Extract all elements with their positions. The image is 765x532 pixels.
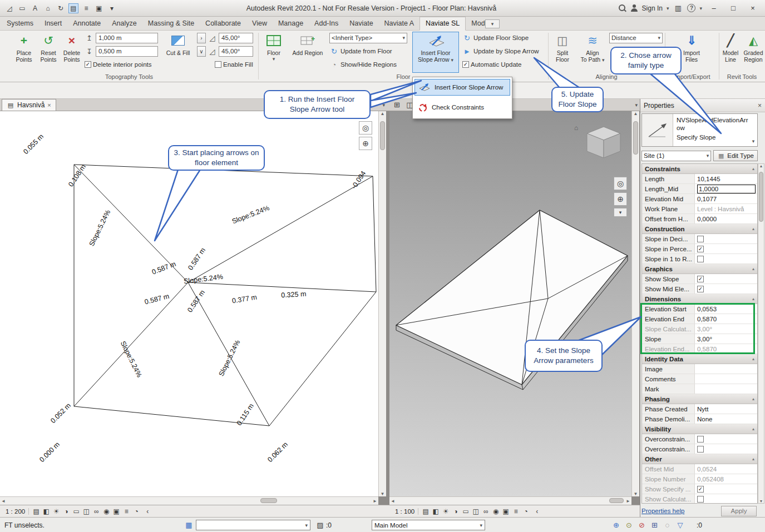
tab-naviate-a[interactable]: Naviate A <box>379 17 420 30</box>
temporary-view-properties-icon[interactable]: ▣ <box>111 506 121 516</box>
sun-path-icon[interactable]: ☀ <box>441 506 451 516</box>
show-constraints-icon[interactable]: ≡ <box>511 506 521 516</box>
show-hide-regions-button[interactable]: ◔ Show/Hide Regions <box>329 59 397 70</box>
delete-interior-checkbox[interactable]: ✓ <box>85 61 91 68</box>
prop-category-dimensions[interactable]: Dimensions▴ <box>642 294 757 304</box>
visual-style-icon[interactable]: ◧ <box>41 506 51 516</box>
prop-value[interactable]: ✓ <box>695 284 757 294</box>
prop-row-elevation-end[interactable]: Elevation End0,5870 <box>642 314 757 324</box>
properties-close-icon[interactable]: × <box>758 102 762 110</box>
prop-row-slope-in-deci[interactable]: Slope in Deci... <box>642 234 757 244</box>
tab-massing-site[interactable]: Massing & Site <box>142 17 200 30</box>
view3d-scale-control[interactable]: 1 : 100 <box>392 508 418 515</box>
prop-row-show-specify[interactable]: Show Specify ...✓ <box>642 484 757 494</box>
prop-checkbox[interactable] <box>697 256 704 262</box>
scroll-down-icon[interactable]: ▼ <box>381 491 385 496</box>
scrollbar-thumb[interactable] <box>609 498 624 503</box>
crop-view-icon[interactable]: ▭ <box>461 506 471 516</box>
temporary-hide-isolate-icon[interactable]: ∞ <box>481 506 491 516</box>
update-floor-slope-button[interactable]: ↻ Update Floor Slope <box>462 32 529 43</box>
prop-value[interactable]: ✓ <box>695 484 757 494</box>
tab-annotate[interactable]: Annotate <box>67 17 106 30</box>
prop-checkbox[interactable] <box>697 436 704 442</box>
properties-scrollbar[interactable]: ▲ ▼ <box>758 163 764 504</box>
tab-naviate-sl[interactable]: Naviate SL <box>419 17 466 31</box>
scroll-up-icon[interactable]: ▲ <box>634 111 638 116</box>
prop-row-elevation-mid[interactable]: Elevation Mid0,1077 <box>642 194 757 204</box>
prop-value[interactable] <box>695 364 757 374</box>
prop-row-phase-demoli[interactable]: Phase Demoli...None <box>642 414 757 424</box>
prop-value[interactable]: 10,1445 <box>695 174 757 183</box>
sun-path-icon[interactable]: ☀ <box>51 506 61 516</box>
point-offset-input[interactable]: 0,500 m <box>96 46 158 57</box>
prop-value[interactable]: 3,00° <box>695 334 757 344</box>
worksharing-display-icon[interactable]: ◔ <box>521 506 531 516</box>
sync-icon[interactable]: ↻ <box>56 3 66 13</box>
sign-in-caret-icon[interactable]: ▾ <box>667 6 669 11</box>
properties-help-link[interactable]: Properties help <box>641 508 684 514</box>
prop-value[interactable]: 0,5870 <box>695 314 757 324</box>
prop-row-overconstrain[interactable]: Overconstrain... <box>642 434 757 444</box>
cart-icon[interactable]: ▥ <box>673 3 683 13</box>
tab-insert[interactable]: Insert <box>39 17 67 30</box>
scroll-up-icon[interactable]: ▲ <box>759 164 763 168</box>
sign-in-button[interactable]: Sign In <box>642 4 663 12</box>
scrollbar-thumb[interactable] <box>633 121 638 155</box>
reveal-hidden-elements-icon[interactable]: ◉ <box>491 506 501 516</box>
design-options-icon[interactable]: ⊙ <box>624 520 634 530</box>
view-tab-close-icon[interactable]: × <box>47 102 51 108</box>
prop-row-slope-number[interactable]: Slope Number0,052408 <box>642 474 757 484</box>
prop-row-length-mid[interactable]: Length_Mid1,0000 <box>642 184 757 194</box>
point-offset-up-icon[interactable]: ↥ <box>85 33 94 43</box>
point-offset-down-icon[interactable]: ↧ <box>85 47 94 56</box>
prop-category-visibility[interactable]: Visibility▴ <box>642 424 757 434</box>
prop-checkbox[interactable] <box>697 446 704 453</box>
type-selector-caret-icon[interactable]: ▾ <box>749 114 757 146</box>
help-caret-icon[interactable]: ▾ <box>699 6 702 11</box>
zoom-tool-icon[interactable]: ⊕ <box>614 192 627 206</box>
navbar-options-caret-icon[interactable]: ▾ <box>614 208 627 217</box>
view-tab-list-caret-icon[interactable]: ▾ <box>382 102 385 108</box>
scroll-right-icon[interactable]: ► <box>626 499 630 504</box>
distance-dropdown[interactable]: Distance▾ <box>609 33 663 43</box>
element-filter-dropdown[interactable]: Site (1)▾ <box>641 151 711 161</box>
automatic-update-checkbox[interactable]: ✓ <box>462 61 469 68</box>
prop-category-phasing[interactable]: Phasing▴ <box>642 394 757 404</box>
view3d-canvas[interactable]: ⌂ ◎ ⊕ ▾ <box>389 111 631 496</box>
prop-checkbox[interactable]: ✓ <box>697 486 704 493</box>
shadows-icon[interactable]: ◑ <box>61 506 71 516</box>
window-restore-icon[interactable]: ⊞ <box>392 100 402 110</box>
view3d-vertical-scrollbar[interactable]: ▲ ▼ <box>631 111 639 496</box>
thin-lines-icon[interactable]: ≡ <box>81 3 91 13</box>
scroll-down-icon[interactable]: ▼ <box>759 499 763 503</box>
prop-value[interactable] <box>695 374 757 384</box>
angle-flyout-down-icon[interactable]: ∨ <box>197 46 206 57</box>
menu-item-check-constraints[interactable]: Check Constraints <box>414 99 510 116</box>
import-files-button[interactable]: ⇓ Import Files <box>678 32 705 63</box>
view-tab-havsniva[interactable]: ▤ Havsnivå × <box>2 99 56 111</box>
align-to-path-button[interactable]: ≋ Align To Path ▾ <box>579 32 606 63</box>
press-drag-select-icon[interactable]: ⊞ <box>649 520 660 530</box>
exclude-options-icon[interactable]: ⊘ <box>636 520 647 530</box>
reset-points-button[interactable]: ↺ Reset Points <box>37 32 60 63</box>
split-floor-button[interactable]: ◫ Split Floor <box>550 32 575 63</box>
temporary-view-properties-icon[interactable]: ▣ <box>501 506 511 516</box>
prop-value[interactable] <box>695 444 757 454</box>
edit-type-button[interactable]: ▦Edit Type <box>713 150 758 161</box>
shadows-icon[interactable]: ◑ <box>451 506 461 516</box>
prop-value[interactable]: 0,0524 <box>695 464 757 474</box>
scrollbar-thumb[interactable] <box>380 121 385 150</box>
prop-value[interactable]: Level : Havsnivå <box>695 204 757 213</box>
prop-row-offset-mid[interactable]: Offset Mid0,0524 <box>642 464 757 474</box>
prop-row-slope-calculat[interactable]: Slope Calculat...3,00° <box>642 324 757 334</box>
inherit-type-dropdown[interactable]: <Inherit Type>▾ <box>329 33 407 43</box>
angle-flyout-right-icon[interactable]: › <box>197 33 206 43</box>
home-icon[interactable]: ⌂ <box>43 3 53 13</box>
editing-requests-icon[interactable]: ▨ <box>315 520 325 530</box>
active-workset-icon[interactable]: ▦ <box>184 520 194 530</box>
collapse-viewbar-icon[interactable]: ‹ <box>142 506 152 516</box>
prop-value[interactable]: 0,0553 <box>695 304 757 314</box>
plan-vertical-scrollbar[interactable]: ▲ ▼ <box>378 111 386 496</box>
text-icon[interactable]: A <box>30 3 40 13</box>
scroll-up-icon[interactable]: ▲ <box>381 111 385 116</box>
